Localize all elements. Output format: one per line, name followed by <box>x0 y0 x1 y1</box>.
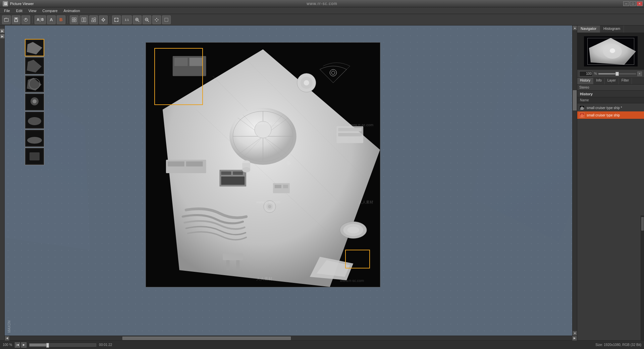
svg-rect-20 <box>115 18 118 21</box>
svg-text:www.rr-sc.com: www.rr-sc.com <box>256 200 280 204</box>
navigator-viewport <box>587 38 634 65</box>
svg-rect-70 <box>338 128 362 131</box>
side-btn-1[interactable]: ▶ <box>0 29 4 33</box>
svg-point-59 <box>304 80 309 86</box>
svg-rect-44 <box>30 152 40 160</box>
scroll-up-btn[interactable]: ▲ <box>573 26 577 30</box>
tool-zoom-out[interactable] <box>143 15 151 24</box>
left-side-panel: ▶ ▶ <box>0 26 5 340</box>
play-beginning-btn[interactable]: |◀ <box>15 342 20 348</box>
close-button[interactable]: ✕ <box>637 1 643 6</box>
svg-rect-71 <box>338 133 362 136</box>
svg-rect-78 <box>275 185 281 188</box>
tool-save[interactable] <box>12 15 20 24</box>
right-scroll-thumb[interactable] <box>641 217 644 231</box>
inner-tab-layer[interactable]: Layer <box>605 78 619 84</box>
tool-move[interactable] <box>152 15 161 24</box>
timeline-fill <box>30 344 46 346</box>
thumb-inner-6 <box>25 148 44 165</box>
timeline-bar[interactable] <box>29 343 96 347</box>
history-thumb-inner-1 <box>580 113 584 117</box>
svg-rect-10 <box>84 18 86 22</box>
svg-rect-67 <box>168 161 184 166</box>
menu-file[interactable]: File <box>1 8 13 13</box>
ship-render-svg: www.rr-sc.com www.rr-sc.com 人人素材 www.rr-… <box>146 43 380 287</box>
side-btn-2[interactable]: ▶ <box>0 34 4 38</box>
hscroll-track <box>10 337 572 340</box>
tool-bold-b[interactable]: B <box>57 15 65 24</box>
menu-animation[interactable]: Animation <box>61 8 83 13</box>
tool-settings[interactable] <box>99 15 108 24</box>
menu-edit[interactable]: Edit <box>13 8 25 13</box>
menu-view[interactable]: View <box>26 8 39 13</box>
tool-color[interactable] <box>21 15 30 24</box>
svg-text:www.rr-sc.com: www.rr-sc.com <box>339 279 364 283</box>
status-zoom: 100 % <box>3 343 12 347</box>
svg-rect-75 <box>226 260 229 270</box>
right-panel-lower <box>577 215 644 340</box>
tool-ab[interactable]: A│B <box>35 15 46 24</box>
svg-rect-0 <box>4 18 8 21</box>
inner-tab-history[interactable]: History <box>577 78 593 84</box>
filmstrip-thumb-0[interactable] <box>25 39 44 56</box>
canvas-wrapper: www.rr-sc.com www.rr-sc.com 人人素材 www.rr-… <box>5 26 577 340</box>
scroll-down-btn[interactable]: ▼ <box>573 331 577 336</box>
canvas-vscroll: ▲ ▼ <box>572 26 577 336</box>
status-timecode: 00:01:22 <box>99 343 112 347</box>
history-items: small cruiser type ship * small cruiser … <box>577 103 644 215</box>
tool-1to1[interactable]: 1:1 <box>122 15 132 24</box>
zoom-input[interactable]: 100 <box>579 71 593 77</box>
thumb-inner-2 <box>25 76 44 92</box>
svg-rect-28 <box>165 18 168 21</box>
canvas-area[interactable]: www.rr-sc.com www.rr-sc.com 人人素材 www.rr-… <box>5 26 572 336</box>
tab-navigator[interactable]: Navigator <box>577 26 600 33</box>
tool-4up[interactable] <box>89 15 98 24</box>
hscroll-thumb[interactable] <box>122 337 291 340</box>
tool-open[interactable] <box>2 15 11 24</box>
zoom-slider[interactable] <box>598 73 636 74</box>
maximize-button[interactable]: □ <box>630 1 636 6</box>
tab-histogram[interactable]: Histogram <box>600 26 624 33</box>
filmstrip-thumb-1[interactable] <box>25 57 44 74</box>
separator-3 <box>110 16 110 23</box>
history-item-label-1: small cruiser type ship <box>587 113 620 117</box>
ghost-ship-left <box>5 45 129 274</box>
filmstrip-thumb-6[interactable] <box>25 148 44 165</box>
minimize-button[interactable]: ─ <box>623 1 629 6</box>
scroll-left-btn[interactable]: ◀ <box>5 336 9 341</box>
zoom-control: 100 % + <box>577 70 644 78</box>
canvas-hscroll[interactable]: ◀ ▶ <box>5 336 577 340</box>
tool-zoom-fit[interactable] <box>112 15 121 24</box>
scroll-thumb[interactable] <box>573 90 577 110</box>
inner-tab-filter[interactable]: Filter <box>619 78 632 84</box>
tool-grid[interactable] <box>70 15 78 24</box>
svg-rect-76 <box>236 260 239 270</box>
history-item-0[interactable]: small cruiser type ship * <box>577 104 644 111</box>
timeline-thumb[interactable] <box>46 343 49 348</box>
history-thumb-0 <box>579 105 585 110</box>
svg-rect-2 <box>15 18 17 19</box>
tool-bold-a[interactable]: A <box>47 15 56 24</box>
svg-rect-13 <box>92 20 93 22</box>
tool-zoom-in[interactable] <box>133 15 142 24</box>
maxon-watermark: MAXON <box>7 320 11 333</box>
inner-tab-info[interactable]: Info <box>593 78 605 84</box>
play-btn[interactable]: ▶ <box>21 342 26 348</box>
filmstrip-thumb-4[interactable] <box>25 111 44 129</box>
history-thumb-1 <box>579 113 585 117</box>
tool-columns[interactable] <box>79 15 88 24</box>
filmstrip-thumb-2[interactable] <box>25 75 44 93</box>
history-header: History <box>577 91 644 97</box>
filmstrip-thumb-5[interactable] <box>25 130 44 147</box>
svg-rect-51 <box>174 58 188 66</box>
history-item-1[interactable]: small cruiser type ship <box>577 111 644 119</box>
filmstrip-thumb-3[interactable] <box>25 93 44 111</box>
zoom-slider-thumb[interactable] <box>615 72 619 76</box>
zoom-in-btn[interactable]: + <box>637 71 642 76</box>
scroll-right-btn[interactable]: ▶ <box>572 336 577 341</box>
svg-text:人人素材: 人人素材 <box>359 200 373 204</box>
svg-line-22 <box>138 20 139 22</box>
tool-region[interactable] <box>162 15 171 24</box>
menu-compare[interactable]: Compare <box>40 8 60 13</box>
svg-rect-14 <box>94 20 96 22</box>
